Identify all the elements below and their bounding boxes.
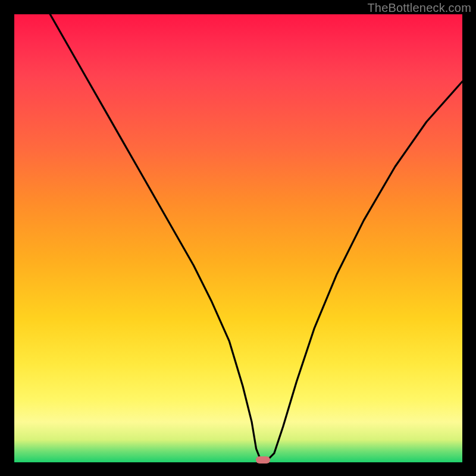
plot-area (14, 14, 462, 462)
bottleneck-curve (14, 14, 462, 462)
chart-frame: TheBottleneck.com (0, 0, 476, 476)
optimal-point-marker (256, 456, 270, 464)
watermark-text: TheBottleneck.com (367, 1, 471, 15)
